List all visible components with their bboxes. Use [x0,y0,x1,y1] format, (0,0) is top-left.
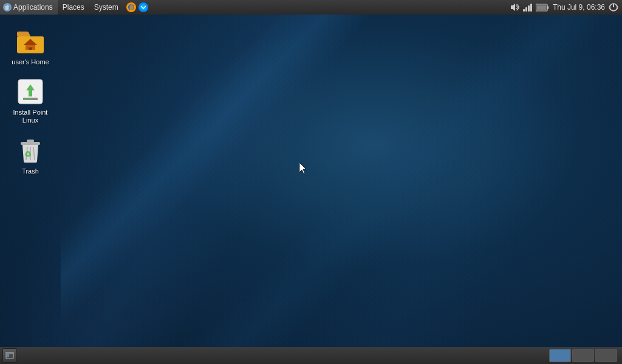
battery-icon[interactable] [536,4,549,12]
signal-bar-2 [525,7,527,12]
datetime-display[interactable]: Thu Jul 9, 06:36 [553,3,605,12]
bottom-panel [0,347,622,364]
svg-rect-13 [536,5,546,10]
workspace-3[interactable] [595,349,617,362]
thunderbird-icon[interactable] [138,2,149,13]
gnome-foot-icon [2,2,12,12]
signal-bar-3 [528,5,530,12]
users-home-icon[interactable]: user's Home [6,24,55,69]
svg-rect-34 [7,354,9,357]
trash-icon-svg: ♻ [16,136,45,165]
volume-icon[interactable] [510,3,519,12]
firefox-icon[interactable] [126,2,137,13]
panel-left: Applications Places System [0,0,151,15]
taskbar-area [19,347,549,364]
install-point-linux-label: Install Point Linux [9,109,52,124]
install-point-linux-icon[interactable]: Install Point Linux [6,75,55,127]
install-icon-svg [16,77,45,106]
desktop-icons: user's Home Install Point Linux [0,18,61,184]
workspace-2[interactable] [572,349,594,362]
workspace-switcher [549,349,620,362]
system-label: System [94,3,118,12]
svg-rect-26 [27,140,34,143]
signal-bar-4 [530,4,532,12]
power-button[interactable] [609,2,618,12]
signal-bar-1 [523,9,525,12]
applications-menu[interactable]: Applications [0,0,58,15]
trash-icon[interactable]: ♻ Trash [6,133,55,178]
svg-point-5 [5,6,9,10]
applications-label: Applications [13,3,53,12]
svg-marker-10 [511,4,515,11]
browser-shortcuts [123,2,151,13]
svg-text:♻: ♻ [24,150,32,159]
folder-icon-svg [16,27,45,56]
users-home-label: user's Home [12,58,49,66]
desktop: Applications Places System [0,0,622,364]
svg-point-4 [7,5,8,6]
svg-point-9 [140,4,146,10]
show-desktop-button[interactable] [2,348,17,363]
top-panel: Applications Places System [0,0,622,15]
cursor [299,163,307,175]
svg-rect-20 [29,47,32,50]
svg-rect-24 [23,99,32,100]
places-menu[interactable]: Places [58,0,89,15]
trash-label: Trash [22,167,39,175]
places-label: Places [63,3,84,12]
svg-marker-31 [299,163,306,174]
svg-rect-12 [547,6,549,9]
signal-bars[interactable] [523,3,532,12]
workspace-1[interactable] [549,349,571,362]
system-menu[interactable]: System [89,0,123,15]
svg-rect-33 [5,352,14,354]
panel-right: Thu Jul 9, 06:36 [510,0,622,15]
